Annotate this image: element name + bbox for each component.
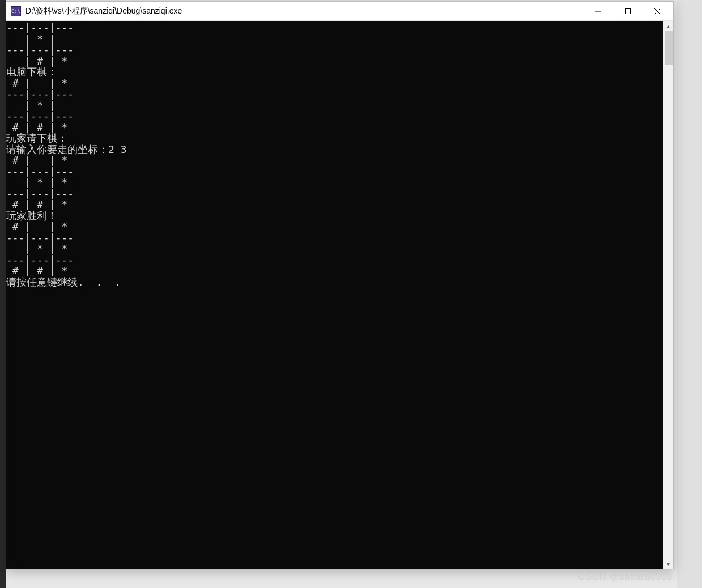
minimize-button[interactable] [584, 2, 613, 20]
console-window: C:\ D:\资料\vs\小程序\sanziqi\Debug\sanziqi.e… [6, 1, 674, 569]
window-controls [584, 2, 672, 20]
window-title: D:\资料\vs\小程序\sanziqi\Debug\sanziqi.exe [25, 6, 584, 16]
svg-rect-1 [626, 8, 631, 14]
titlebar[interactable]: C:\ D:\资料\vs\小程序\sanziqi\Debug\sanziqi.e… [6, 2, 673, 21]
maximize-icon [624, 8, 631, 15]
console-output: ---|---|--- | * | ---|---|--- | # | * 电脑… [6, 21, 663, 569]
scrollbar-thumb[interactable] [665, 31, 673, 65]
client-area: ---|---|--- | * | ---|---|--- | # | * 电脑… [6, 21, 673, 569]
maximize-button[interactable] [613, 2, 643, 20]
close-button[interactable] [643, 2, 672, 20]
background-editor-strip-left [0, 0, 6, 588]
minimize-icon [595, 8, 602, 15]
vertical-scrollbar[interactable]: ▴ ▾ [663, 21, 673, 569]
scroll-down-arrow-icon[interactable]: ▾ [663, 559, 673, 569]
app-icon: C:\ [11, 6, 21, 16]
scroll-up-arrow-icon[interactable]: ▴ [663, 21, 673, 31]
close-icon [654, 8, 661, 15]
background-editor-strip-right [677, 0, 702, 588]
watermark-text: CSDN @sakura0908 [578, 571, 673, 582]
